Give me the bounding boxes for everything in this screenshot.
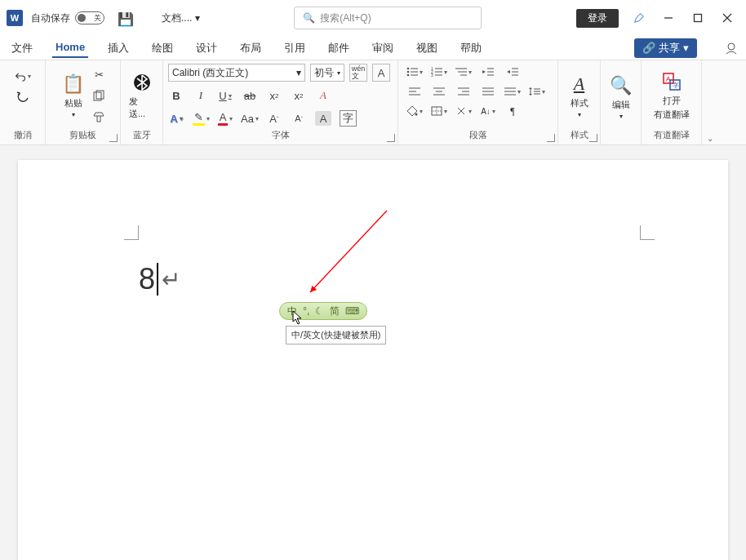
phonetic-guide-button[interactable]: wén文 <box>349 64 367 82</box>
toggle-state-text: 关 <box>94 13 101 24</box>
strikethrough-button[interactable]: ab <box>242 88 258 103</box>
redo-button[interactable] <box>15 90 31 104</box>
page[interactable]: 8 ↵ 中 °, ☾ 简 ⌨ 中/英文(快捷键被禁用) <box>18 160 728 560</box>
window-controls <box>633 12 733 24</box>
char-shading-button[interactable]: 字 <box>340 111 356 126</box>
tab-draw[interactable]: 绘图 <box>149 38 176 59</box>
document-name[interactable]: 文档.... ▾ <box>162 11 200 25</box>
svg-line-58 <box>310 211 387 292</box>
styles-button[interactable]: A 样式 ▾ <box>567 71 592 120</box>
clear-formatting-button[interactable]: A <box>315 88 331 103</box>
format-painter-button[interactable] <box>91 109 107 124</box>
translate-icon: A字 <box>662 70 682 93</box>
copy-button[interactable] <box>91 88 107 103</box>
text-effects-button[interactable]: A <box>168 111 184 126</box>
search-box[interactable]: 🔍 搜索(Alt+Q) <box>294 7 482 29</box>
paste-button[interactable]: 📋 粘贴 ▾ <box>59 71 87 120</box>
bluetooth-send-button[interactable]: 发送... <box>126 69 158 122</box>
group-label-clipboard: 剪贴板 <box>51 127 115 143</box>
svg-text:A: A <box>666 75 671 82</box>
tab-layout[interactable]: 布局 <box>237 38 264 59</box>
ribbon-collapse: ⌄ <box>702 60 718 144</box>
sort-button[interactable]: A↓ <box>480 104 496 118</box>
shading-button[interactable] <box>406 104 423 118</box>
cut-button[interactable]: ✂ <box>91 67 107 82</box>
group-label-paragraph: 段落 <box>403 127 553 143</box>
tab-file[interactable]: 文件 <box>8 38 36 59</box>
font-name-select[interactable]: Calibri (西文正文)▾ <box>168 64 305 82</box>
clipboard-icon: 📋 <box>62 73 84 96</box>
decrease-indent-button[interactable] <box>480 65 496 78</box>
translate-line1: 打开 <box>663 95 681 107</box>
subscript-button[interactable]: x2 <box>266 88 282 103</box>
ime-keyboard-icon[interactable]: ⌨ <box>345 305 359 317</box>
bold-button[interactable]: B <box>168 88 184 103</box>
distributed-button[interactable] <box>504 85 521 98</box>
align-right-button[interactable] <box>455 85 472 98</box>
paragraph-dialog-launcher[interactable] <box>547 134 555 142</box>
login-button[interactable]: 登录 <box>576 9 619 28</box>
tab-mailings[interactable]: 邮件 <box>325 38 353 59</box>
char-border-button[interactable]: A <box>372 64 390 82</box>
search-icon: 🔍 <box>303 12 315 24</box>
ime-punct-icon[interactable]: °, <box>303 305 309 317</box>
ime-moon-icon[interactable]: ☾ <box>315 305 324 317</box>
font-name-value: Calibri (西文正文) <box>172 66 248 80</box>
comments-icon[interactable] <box>725 42 738 55</box>
increase-indent-button[interactable] <box>504 65 521 78</box>
close-button[interactable] <box>722 12 733 24</box>
underline-button[interactable]: U <box>217 88 233 103</box>
translate-line2: 有道翻译 <box>654 109 690 121</box>
svg-text:3: 3 <box>431 73 433 77</box>
tab-references[interactable]: 引用 <box>281 38 309 59</box>
align-center-button[interactable] <box>431 85 447 98</box>
minimize-button[interactable] <box>663 12 674 24</box>
italic-button[interactable]: I <box>193 88 209 103</box>
borders-button[interactable] <box>431 104 447 118</box>
group-bluetooth: 发送... 蓝牙 <box>121 60 163 144</box>
chevron-down-icon: ▾ <box>683 42 689 54</box>
app-icon: W <box>7 10 23 26</box>
shrink-font-button[interactable]: Aˇ <box>291 111 307 126</box>
highlight-button[interactable]: ✎ <box>193 111 209 126</box>
multilevel-list-button[interactable] <box>455 65 472 78</box>
show-marks-button[interactable]: ¶ <box>504 104 521 118</box>
edit-button[interactable]: 🔍 编辑 ▾ <box>606 73 635 122</box>
clipboard-dialog-launcher[interactable] <box>109 134 118 142</box>
enclose-char-button[interactable]: A <box>315 111 331 126</box>
group-undo: 撤消 <box>0 60 46 144</box>
asian-layout-button[interactable] <box>455 104 472 118</box>
edit-label: 编辑 <box>612 99 630 111</box>
maximize-button[interactable] <box>692 12 704 24</box>
tab-home[interactable]: Home <box>52 38 88 58</box>
save-icon[interactable]: 💾 <box>118 11 131 24</box>
tab-view[interactable]: 视图 <box>413 38 441 59</box>
tab-insert[interactable]: 插入 <box>104 38 132 59</box>
group-label-edit <box>606 130 636 143</box>
change-case-button[interactable]: Aa <box>242 111 258 126</box>
undo-button[interactable] <box>15 69 31 83</box>
line-spacing-button[interactable] <box>529 85 545 98</box>
font-color-button[interactable]: A <box>217 111 233 126</box>
tab-review[interactable]: 审阅 <box>369 38 397 59</box>
tab-design[interactable]: 设计 <box>193 38 220 59</box>
numbering-button[interactable]: 123 <box>431 65 447 78</box>
superscript-button[interactable]: x2 <box>291 88 307 103</box>
collapse-ribbon-button[interactable]: ⌄ <box>707 134 713 143</box>
document-content[interactable]: 8 ↵ <box>139 262 180 296</box>
tab-help[interactable]: 帮助 <box>457 38 485 59</box>
font-dialog-launcher[interactable] <box>387 134 395 142</box>
pen-icon[interactable] <box>633 12 645 24</box>
bullets-button[interactable] <box>406 65 423 78</box>
autosave-toggle[interactable]: 关 <box>75 11 104 24</box>
svg-rect-1 <box>694 15 701 22</box>
grow-font-button[interactable]: Aˆ <box>266 111 282 126</box>
font-size-select[interactable]: 初号▾ <box>310 64 344 82</box>
ime-simp-trad-icon[interactable]: 简 <box>330 304 340 318</box>
align-left-button[interactable] <box>406 85 423 98</box>
styles-dialog-launcher[interactable] <box>589 134 597 142</box>
justify-button[interactable] <box>480 85 496 98</box>
margin-mark-tl <box>124 225 139 240</box>
share-button[interactable]: 🔗 共享 ▾ <box>634 38 697 58</box>
translate-button[interactable]: A字 打开 有道翻译 <box>651 69 693 122</box>
